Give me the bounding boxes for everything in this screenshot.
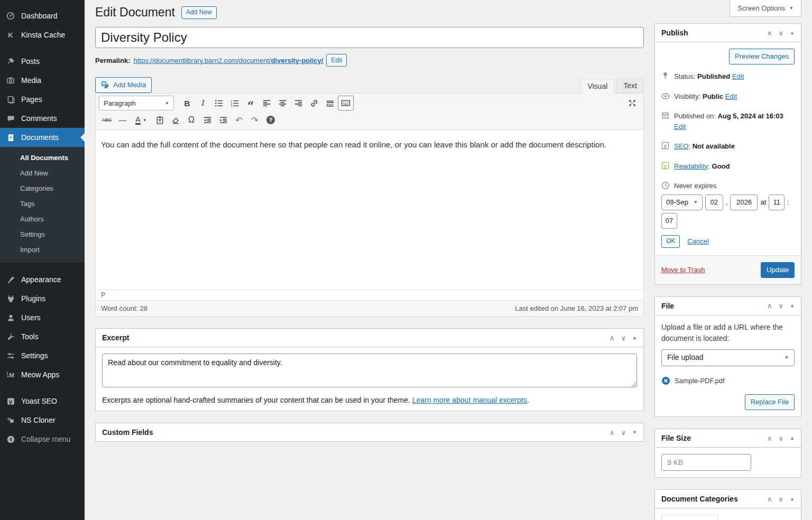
- submenu-categories[interactable]: Categories: [0, 181, 85, 196]
- file-size-input[interactable]: [661, 454, 751, 471]
- sidebar-item-documents[interactable]: Documents: [0, 128, 85, 147]
- sidebar-item-meow-apps[interactable]: M Meow Apps: [0, 365, 85, 384]
- tab-all-categories[interactable]: All Categories: [661, 515, 718, 520]
- sidebar-item-plugins[interactable]: Plugins: [0, 289, 85, 308]
- file-size-panel-header[interactable]: File Size ∧ ∨ ▲: [655, 429, 801, 448]
- horizontal-rule-button[interactable]: —: [115, 113, 131, 127]
- excerpt-panel-header[interactable]: Excerpt ∧ ∨ ▲: [96, 329, 643, 347]
- toggle-panel-icon[interactable]: ▲: [790, 31, 795, 35]
- sidebar-item-media[interactable]: Media: [0, 71, 85, 90]
- document-title-input[interactable]: [95, 27, 644, 48]
- permalink-url[interactable]: https://documentlibrary.barn2.com/docume…: [133, 57, 323, 64]
- toolbar-toggle-button[interactable]: [338, 96, 354, 110]
- submenu-all-documents[interactable]: All Documents: [0, 150, 85, 165]
- preview-changes-button[interactable]: Preview Changes: [729, 49, 795, 64]
- toggle-panel-icon[interactable]: ▲: [632, 336, 637, 340]
- toggle-panel-icon[interactable]: ▲: [790, 303, 795, 308]
- bullet-list-button[interactable]: [211, 96, 227, 110]
- align-left-button[interactable]: [259, 96, 274, 110]
- bold-button[interactable]: B: [179, 96, 195, 110]
- undo-button[interactable]: ↶: [231, 113, 247, 127]
- move-down-icon[interactable]: ∨: [779, 435, 784, 442]
- update-button[interactable]: Update: [761, 262, 795, 278]
- move-down-icon[interactable]: ∨: [779, 496, 784, 503]
- editor-element-path[interactable]: P: [96, 290, 643, 300]
- file-source-select[interactable]: File upload ▼: [661, 349, 795, 366]
- help-button[interactable]: ?: [263, 113, 279, 127]
- strikethrough-button[interactable]: ABC: [99, 113, 115, 127]
- edit-visibility-link[interactable]: Edit: [725, 92, 737, 100]
- blockquote-button[interactable]: “: [243, 96, 259, 110]
- readability-link[interactable]: Readability: [674, 162, 708, 170]
- sidebar-item-kinsta-cache[interactable]: K Kinsta Cache: [0, 25, 85, 44]
- submenu-tags[interactable]: Tags: [0, 196, 85, 211]
- tab-text[interactable]: Text: [616, 78, 644, 93]
- move-down-icon[interactable]: ∨: [779, 302, 784, 309]
- editor-content-area[interactable]: You can add the full content of the docu…: [96, 130, 643, 290]
- replace-file-button[interactable]: Replace File: [745, 394, 795, 410]
- read-more-button[interactable]: [322, 96, 338, 110]
- cancel-link[interactable]: Cancel: [687, 237, 708, 245]
- toggle-panel-icon[interactable]: ▼: [632, 430, 637, 435]
- redo-button[interactable]: ↷: [247, 113, 263, 127]
- expiry-year-input[interactable]: 2026: [730, 194, 758, 210]
- screen-options-button[interactable]: Screen Options ▼: [730, 0, 801, 17]
- toggle-panel-icon[interactable]: ▲: [790, 497, 795, 502]
- indent-button[interactable]: [215, 113, 231, 127]
- sidebar-item-yoast-seo[interactable]: y Yoast SEO: [0, 392, 85, 411]
- sidebar-item-ns-cloner[interactable]: NS Cloner: [0, 411, 85, 430]
- paste-as-text-button[interactable]: [152, 113, 168, 127]
- sidebar-item-dashboard[interactable]: Dashboard: [0, 6, 85, 25]
- expiry-month-select[interactable]: 09-Sep ▼: [661, 194, 703, 210]
- numbered-list-button[interactable]: 123: [227, 96, 243, 110]
- move-down-icon[interactable]: ∨: [621, 429, 626, 436]
- sidebar-item-users[interactable]: Users: [0, 308, 85, 327]
- insert-link-button[interactable]: [306, 96, 322, 110]
- submenu-add-new[interactable]: Add New: [0, 165, 85, 181]
- sidebar-item-posts[interactable]: Posts: [0, 52, 85, 71]
- add-new-button[interactable]: Add New: [181, 6, 217, 19]
- italic-button[interactable]: I: [195, 96, 211, 110]
- custom-fields-panel-header[interactable]: Custom Fields ∧ ∨ ▼: [96, 423, 643, 441]
- remove-file-icon[interactable]: [661, 376, 670, 385]
- move-up-icon[interactable]: ∧: [767, 302, 772, 309]
- expiry-day-input[interactable]: 02: [705, 194, 723, 210]
- file-panel-header[interactable]: File ∧ ∨ ▲: [655, 297, 801, 315]
- submenu-authors[interactable]: Authors: [0, 211, 85, 227]
- ok-button[interactable]: OK: [661, 235, 680, 248]
- sidebar-item-comments[interactable]: Comments: [0, 109, 85, 128]
- sidebar-item-settings[interactable]: Settings: [0, 346, 85, 365]
- text-color-button[interactable]: A ▼: [131, 113, 152, 127]
- sidebar-item-collapse-menu[interactable]: Collapse menu: [0, 430, 85, 449]
- excerpt-help-link[interactable]: Learn more about manual excerpts: [412, 396, 527, 404]
- expiry-minute-input[interactable]: 07: [661, 213, 677, 229]
- edit-permalink-button[interactable]: Edit: [326, 54, 347, 67]
- publish-panel-header[interactable]: Publish ∧ ∨ ▲: [655, 24, 801, 42]
- tab-visual[interactable]: Visual: [580, 79, 614, 94]
- seo-link[interactable]: SEO: [674, 142, 688, 150]
- outdent-button[interactable]: [199, 113, 215, 127]
- paragraph-format-select[interactable]: Paragraph ▼: [99, 96, 174, 110]
- move-up-icon[interactable]: ∧: [767, 496, 772, 503]
- document-categories-panel-header[interactable]: Document Categories ∧ ∨ ▲: [655, 490, 801, 508]
- sidebar-item-tools[interactable]: Tools: [0, 327, 85, 346]
- move-down-icon[interactable]: ∨: [779, 30, 784, 36]
- align-center-button[interactable]: [274, 96, 290, 110]
- sidebar-item-pages[interactable]: Pages: [0, 90, 85, 109]
- edit-published-link[interactable]: Edit: [674, 123, 686, 131]
- submenu-settings[interactable]: Settings: [0, 227, 85, 242]
- sidebar-item-appearance[interactable]: Appearance: [0, 270, 85, 289]
- tab-most-used[interactable]: Most Used: [718, 515, 763, 520]
- move-up-icon[interactable]: ∧: [767, 435, 772, 442]
- move-down-icon[interactable]: ∨: [621, 335, 626, 341]
- clear-formatting-button[interactable]: [168, 113, 183, 127]
- move-up-icon[interactable]: ∧: [767, 30, 772, 36]
- fullscreen-button[interactable]: [624, 96, 640, 110]
- special-character-button[interactable]: Ω: [183, 113, 199, 127]
- edit-status-link[interactable]: Edit: [732, 72, 744, 80]
- move-up-icon[interactable]: ∧: [610, 429, 615, 436]
- add-media-button[interactable]: Add Media: [95, 77, 152, 93]
- expiry-hour-input[interactable]: 11: [769, 194, 785, 210]
- toggle-panel-icon[interactable]: ▲: [790, 436, 795, 441]
- move-up-icon[interactable]: ∧: [610, 335, 615, 341]
